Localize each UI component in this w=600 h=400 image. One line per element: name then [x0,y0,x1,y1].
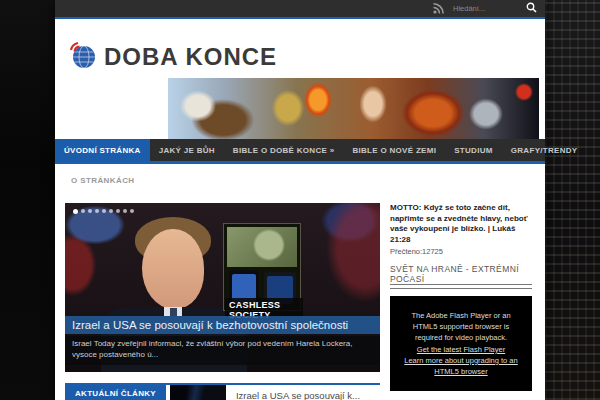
nav-item-1[interactable]: JAKÝ JE BŮH [150,139,224,161]
slider-article-excerpt: Israel Today zveřejnil informaci, že zvl… [65,336,380,365]
search-input[interactable] [453,2,517,15]
slider-dot-9[interactable] [130,209,134,213]
slider-dot-7[interactable] [116,209,120,213]
content-container: DOBA KONCE ÚVODNÍ STRÁNKAJAKÝ JE BŮHBIBL… [55,0,545,400]
article-thumbnail[interactable] [170,385,226,400]
sub-nav: O STRÁNKÁCH [55,167,545,193]
slider-dot-2[interactable] [81,209,85,213]
get-flash-player-link[interactable]: Get the latest Flash Player [417,344,505,355]
page: DOBA KONCE ÚVODNÍ STRÁNKAJAKÝ JE BŮHBIBL… [0,0,600,400]
nav-item-o-strankach[interactable]: O STRÁNKÁCH [71,176,135,185]
anchor-tie-shape [170,308,177,316]
slider-article-title[interactable]: Izrael a USA se posouvají k bezhotovostn… [65,316,380,334]
nav-item-2[interactable]: BIBLE O DOBĚ KONCE » [224,139,344,161]
article-list-title[interactable]: Izrael a USA se posouvají k... [236,385,360,400]
search-button[interactable] [526,1,537,16]
anchor-face-shape [142,229,204,309]
nav-item-4[interactable]: STUDIUM [445,139,502,161]
rss-icon[interactable] [433,3,444,14]
nav-item-3[interactable]: BIBLE O NOVÉ ZEMI [343,139,445,161]
nav-item-5[interactable]: GRAFY/TRENDY [502,139,587,161]
top-bar [55,0,545,19]
sidebar: MOTTO: Když se toto začne dít, napřimte … [390,203,536,400]
main-nav: ÚVODNÍ STRÁNKAJAKÝ JE BŮHBIBLE O DOBĚ KO… [55,139,545,164]
sidebar-heading-weather: SVĚT NA HRANĚ - EXTRÉMNÍ POČASÍ [390,264,536,289]
slider-dots [73,209,134,214]
dollar-bill-shape [227,227,297,267]
video-player-placeholder: The Adobe Flash Player or an HTML5 suppo… [390,296,532,391]
slider-dot-6[interactable] [109,209,113,213]
background-building-windows [545,0,600,400]
globe-icon [68,40,98,74]
header-banner-collage [168,78,539,139]
slider-dot-5[interactable] [102,209,106,213]
tab-aktualni-clanky[interactable]: AKTUÁLNÍ ČLÁNKY [65,385,166,400]
featured-slider[interactable]: CASHLESS SOCIETY Izrael a USA se posouva… [65,203,380,372]
flash-message: The Adobe Flash Player or an HTML5 suppo… [399,310,523,344]
site-logo[interactable]: DOBA KONCE [68,40,277,74]
html5-upgrade-link[interactable]: Learn more about upgrading to an HTML5 b… [399,355,523,378]
recent-articles-section: AKTUÁLNÍ ČLÁNKY Izrael a USA se posouvaj… [65,383,380,400]
nav-item-0[interactable]: ÚVODNÍ STRÁNKA [55,139,150,161]
read-count: Přečteno:12725 [390,247,536,256]
slider-dot-8[interactable] [123,209,127,213]
slider-dot-3[interactable] [88,209,92,213]
slider-dot-4[interactable] [95,209,99,213]
site-title: DOBA KONCE [104,43,277,71]
slider-dot-1[interactable] [73,209,78,214]
motto-text: MOTTO: Když se toto začne dít, napřimte … [390,203,536,245]
site-header: DOBA KONCE [55,21,545,139]
background-city-left [0,0,55,400]
search-icon [526,1,537,16]
